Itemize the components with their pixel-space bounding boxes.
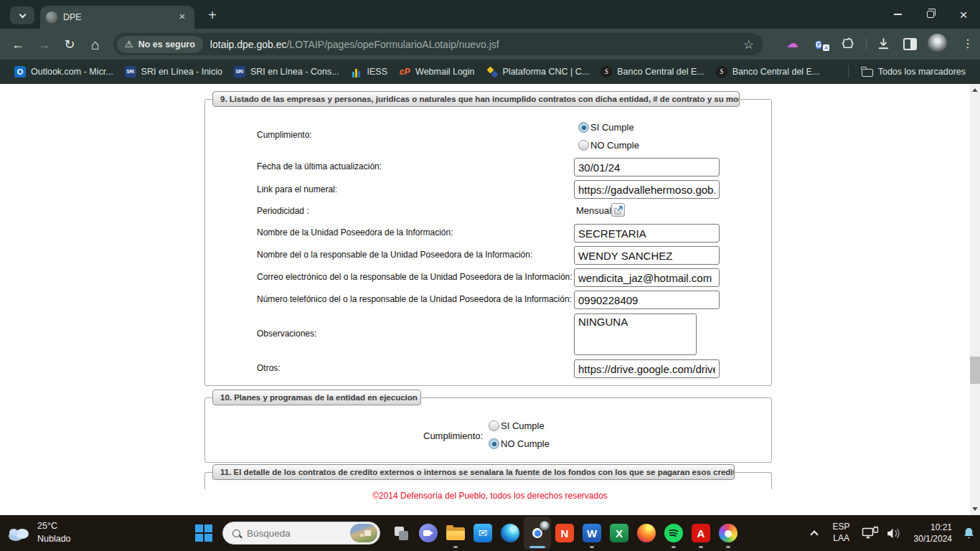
chrome-profile-badge [539,520,550,532]
scrollbar-thumb[interactable] [970,357,980,384]
running-indicator [699,546,703,548]
bookmark-star-icon[interactable]: ☆ [743,37,754,52]
mail-button[interactable]: ✉ [469,517,496,550]
bookmark-item[interactable]: S Banco Central del E... [710,64,826,80]
firefox-button[interactable] [633,517,660,550]
radio-si-cumple-9[interactable]: SI Cumple [578,122,634,133]
window-controls: × [881,0,980,29]
start-button[interactable] [195,524,212,542]
extensions-puzzle-icon[interactable] [842,37,855,51]
side-panel-icon[interactable] [903,38,917,50]
radio-si-cumple-10[interactable]: SI Cumple [489,420,545,431]
reload-button[interactable]: ↻ [59,34,80,55]
chrome-button[interactable] [524,517,551,550]
window-restore-button[interactable] [914,0,947,29]
edge-button[interactable] [496,517,524,550]
back-button[interactable]: ← [7,34,29,55]
window-minimize-button[interactable] [881,0,914,29]
radio-selected-icon[interactable] [489,438,499,449]
bce-icon: S [600,66,612,77]
section11-header[interactable]: 11. El detalle de los contratos de credi… [212,464,735,480]
new-tab-button[interactable]: + [203,6,222,25]
correo-input[interactable] [574,268,720,287]
browser-titlebar: DPE × + × [0,0,980,29]
notifications-bell-icon[interactable] [962,526,976,540]
tab-search-button[interactable] [10,6,34,24]
bce-icon: S [716,66,727,77]
excel-button[interactable]: X [606,517,633,550]
cloud-extension-icon[interactable]: ☁ [786,36,798,51]
page-scrollbar[interactable] [970,84,980,515]
volume-icon[interactable] [886,527,901,540]
paint-button[interactable] [715,517,742,550]
link-input[interactable] [574,180,720,199]
bookmark-item[interactable]: O Outlook.com - Micr... [9,64,119,80]
tray-chevron-up-icon[interactable] [810,530,818,538]
bookmark-item[interactable]: IESS [345,64,394,80]
word-button[interactable]: W [578,517,606,550]
file-explorer-button[interactable] [442,517,469,550]
browser-tab[interactable]: DPE × [40,6,194,29]
file-explorer-icon [446,525,465,541]
spotify-button[interactable] [660,517,687,550]
bookmark-item[interactable]: Plataforma CNC | C... [481,64,595,80]
bookmark-item[interactable]: cP Webmail Login [393,64,480,80]
radio-unselected-icon[interactable] [578,140,589,151]
scroll-up-arrow[interactable] [972,88,978,92]
tab-close-icon[interactable]: × [176,11,189,24]
taskbar: 25°C Nublado ✉ N W X [0,515,980,551]
telefono-input[interactable] [574,291,720,309]
section9-header[interactable]: 9. Listado de las empresas y personas, j… [212,91,740,107]
nitro-pdf-button[interactable]: N [551,517,578,550]
scroll-down-arrow[interactable] [972,507,978,511]
sri-icon: SRI [125,66,136,77]
menu-kebab-icon[interactable]: ⋮ [958,34,977,53]
weather-widget[interactable]: 25°C Nublado [7,520,71,545]
radio-selected-icon[interactable] [578,122,589,133]
chat-button[interactable] [415,517,442,550]
download-icon[interactable] [877,37,890,51]
bookmark-item[interactable]: SRI SRI en Línea - Cons... [228,64,345,80]
telefono-label: Número telefónico del o la responsable d… [257,294,572,304]
bookmark-label: SRI en Línea - Inicio [141,67,222,77]
acrobat-button[interactable]: A [687,517,715,550]
bookmark-item[interactable]: SRI SRI en Línea - Inicio [119,64,228,80]
radio-no-cumple-10[interactable]: NO Cumple [489,438,550,449]
bookmark-item[interactable]: S Banco Central del E... [595,64,710,80]
observaciones-textarea[interactable]: NINGUNA [574,314,697,355]
security-chip-label: No es seguro [138,39,195,50]
radio-unselected-icon[interactable] [489,420,499,431]
all-bookmarks-button[interactable]: Todos los marcadores [856,65,971,79]
taskbar-search[interactable] [222,522,380,545]
task-view-button[interactable] [387,517,415,550]
home-button[interactable]: ⌂ [85,34,106,55]
url-bar[interactable]: ⚠ No es seguro lotaip.dpe.gob.ec/LOTAIP/… [113,33,763,55]
running-indicator [590,546,594,548]
profile-avatar[interactable] [928,34,947,53]
periodicidad-label: Periodicidad : [257,206,309,216]
clock[interactable]: 10:21 30/1/2024 [914,522,952,545]
window-close-button[interactable]: × [947,0,980,29]
radio-no-cumple-9[interactable]: NO Cumple [578,140,639,151]
fecha-input[interactable] [574,158,720,176]
forward-button[interactable]: → [33,34,55,55]
translate-icon[interactable]: G A [816,37,829,51]
external-link-button[interactable] [611,203,625,217]
search-daily-image[interactable] [350,524,377,542]
section10-header[interactable]: 10. Planes y programas de la entidad en … [212,390,421,405]
security-chip[interactable]: ⚠ No es seguro [117,36,203,53]
otros-input[interactable] [574,359,720,378]
external-link-icon [614,206,623,215]
url-host: lotaip.dpe.gob.ec [210,39,287,50]
search-input[interactable] [247,528,344,539]
radio-label: SI Cumple [501,420,545,431]
firefox-icon [637,524,656,542]
responsable-input[interactable] [574,246,720,265]
tab-title: DPE [63,12,170,22]
unidad-input[interactable] [574,224,720,242]
globe-favicon-icon [46,11,57,23]
spotify-icon [664,524,683,542]
language-indicator[interactable]: ESP LAA [833,522,850,544]
network-icon[interactable] [862,526,879,540]
outlook-icon: O [14,66,26,77]
